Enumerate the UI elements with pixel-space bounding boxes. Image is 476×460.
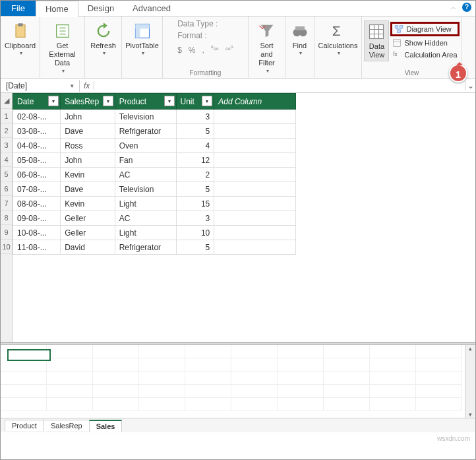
sort-filter-button[interactable]: Sort andFilter▾ bbox=[253, 20, 281, 75]
svg-rect-5 bbox=[135, 24, 149, 29]
ribbon-tabs: File Home Design Advanced ︿ ? bbox=[1, 1, 475, 16]
collapse-ribbon-icon[interactable]: ︿ bbox=[450, 3, 457, 12]
table-row[interactable]: 04-08-...RossOven4 bbox=[13, 139, 296, 153]
help-icon[interactable]: ? bbox=[462, 3, 471, 12]
filter-button[interactable] bbox=[48, 96, 59, 106]
paste-icon bbox=[11, 22, 30, 40]
data-view-label: DataView bbox=[369, 42, 385, 59]
diagram-view-icon bbox=[394, 24, 403, 34]
watermark: wsxdn.com bbox=[437, 435, 470, 442]
table-row[interactable]: 05-08-...JohnFan12 bbox=[13, 153, 296, 168]
increase-decimal-button[interactable]: ⁰₀₀ bbox=[211, 46, 219, 55]
rownum[interactable]: 6 bbox=[1, 181, 12, 196]
rownum[interactable]: 5 bbox=[1, 167, 12, 181]
show-hidden-button[interactable]: Show Hidden bbox=[390, 38, 459, 48]
selected-measure-cell[interactable] bbox=[7, 349, 51, 361]
fx-label[interactable]: fx bbox=[80, 81, 94, 90]
sheet-tab-salesrep[interactable]: SalesRep bbox=[44, 420, 90, 431]
chevron-down-icon[interactable]: ▾ bbox=[71, 82, 74, 89]
file-tab[interactable]: File bbox=[1, 1, 36, 16]
filter-button[interactable] bbox=[103, 96, 113, 106]
refresh-button[interactable]: Refresh▾ bbox=[88, 20, 119, 58]
filter-button[interactable] bbox=[164, 96, 175, 106]
design-tab[interactable]: Design bbox=[78, 1, 123, 16]
filter-button[interactable] bbox=[202, 96, 212, 106]
pivottable-icon bbox=[133, 22, 152, 40]
show-hidden-label: Show Hidden bbox=[404, 39, 447, 47]
clipboard-label: Clipboard bbox=[5, 42, 36, 50]
find-button[interactable]: Find▾ bbox=[288, 20, 312, 58]
data-view-button[interactable]: DataView bbox=[364, 20, 389, 61]
rownum[interactable]: 9 bbox=[1, 225, 12, 240]
sheet-tab-product[interactable]: Product bbox=[5, 420, 44, 431]
sort-filter-label: Sort andFilter bbox=[255, 42, 278, 68]
table-row[interactable]: 11-08-...DavidRefrigerator5 bbox=[13, 240, 296, 255]
table-row[interactable]: 08-08-...KevinLight15 bbox=[13, 197, 296, 211]
col-product[interactable]: Product bbox=[115, 94, 176, 110]
svg-rect-11 bbox=[396, 26, 399, 28]
calculations-button[interactable]: Σ Calculations▾ bbox=[316, 20, 361, 58]
datatype-label: Data Type : bbox=[177, 19, 218, 28]
rownum[interactable]: 2 bbox=[1, 123, 12, 138]
external-data-icon bbox=[53, 22, 72, 40]
home-tab[interactable]: Home bbox=[36, 1, 78, 17]
currency-format-button[interactable]: $ bbox=[177, 46, 182, 55]
table-row[interactable]: 02-08-...JohnTelevision3 bbox=[13, 110, 296, 124]
rownum[interactable]: 4 bbox=[1, 152, 12, 167]
data-view-icon bbox=[367, 22, 386, 41]
table-row[interactable]: 03-08-...DaveRefrigerator5 bbox=[13, 124, 296, 139]
table-row[interactable]: 09-08-...GellerAC3 bbox=[13, 211, 296, 226]
data-grid: ◢ 1 2 3 4 5 6 7 8 9 10 Date SalesRep Pro… bbox=[1, 93, 475, 343]
sigma-icon: Σ bbox=[329, 22, 347, 40]
sheet-tabs: Product SalesRep Sales bbox=[1, 418, 475, 432]
clipboard-button[interactable]: Clipboard▾ bbox=[2, 20, 38, 58]
vertical-scrollbar[interactable]: ▴▾ bbox=[465, 345, 475, 418]
table-row[interactable]: 06-08-...KevinAC2 bbox=[13, 168, 296, 182]
svg-rect-1 bbox=[18, 23, 22, 26]
rownum[interactable]: 1 bbox=[1, 109, 12, 123]
header-row: Date SalesRep Product Unit Add Column bbox=[13, 94, 296, 110]
svg-rect-10 bbox=[370, 25, 384, 39]
calculation-area-pane: ▴▾ bbox=[1, 345, 475, 418]
comma-format-button[interactable]: , bbox=[202, 46, 204, 55]
get-external-data-button[interactable]: Get ExternalData▾ bbox=[44, 20, 80, 75]
formatting-group-label: Formatting bbox=[163, 69, 248, 77]
percent-format-button[interactable]: % bbox=[189, 46, 196, 55]
ribbon: Clipboard▾ Get ExternalData▾ Refresh▾ Pi… bbox=[1, 16, 475, 79]
col-unit[interactable]: Unit bbox=[176, 94, 214, 110]
col-salesrep[interactable]: SalesRep bbox=[61, 94, 115, 110]
decrease-decimal-button[interactable]: ₀₀⁰ bbox=[225, 46, 233, 55]
diagram-view-label: Diagram View bbox=[406, 25, 451, 33]
svg-rect-13 bbox=[398, 30, 401, 33]
calculation-area-button[interactable]: fx Calculation Area bbox=[390, 49, 459, 60]
diagram-view-button[interactable]: Diagram View bbox=[390, 22, 459, 36]
col-date[interactable]: Date bbox=[13, 94, 61, 110]
pivottable-button[interactable]: PivotTable▾ bbox=[123, 20, 162, 58]
binoculars-icon bbox=[291, 22, 309, 40]
rownum[interactable]: 10 bbox=[1, 240, 12, 254]
get-external-data-label: Get ExternalData bbox=[47, 42, 78, 68]
name-box-value: [Date] bbox=[6, 81, 27, 90]
refresh-label: Refresh bbox=[90, 42, 116, 50]
select-all-corner[interactable]: ◢ bbox=[1, 93, 12, 109]
table-row[interactable]: 07-08-...DaveTelevision5 bbox=[13, 182, 296, 197]
view-group-label: View bbox=[362, 69, 461, 77]
add-column[interactable]: Add Column bbox=[214, 94, 296, 110]
rownum[interactable]: 3 bbox=[1, 138, 12, 152]
svg-rect-0 bbox=[16, 25, 25, 38]
callout-badge: 1 bbox=[449, 64, 467, 82]
svg-rect-12 bbox=[400, 26, 403, 28]
advanced-tab[interactable]: Advanced bbox=[123, 1, 180, 16]
table-row[interactable]: 10-08-...GellerLight10 bbox=[13, 226, 296, 240]
formula-input[interactable] bbox=[94, 79, 465, 92]
rownum[interactable]: 8 bbox=[1, 211, 12, 225]
find-label: Find bbox=[293, 42, 307, 50]
sheet-tab-sales[interactable]: Sales bbox=[89, 420, 123, 432]
svg-text:Σ: Σ bbox=[332, 23, 340, 38]
svg-rect-14 bbox=[394, 40, 401, 47]
refresh-icon bbox=[94, 22, 113, 40]
formula-expand-button[interactable]: ⌄ bbox=[465, 81, 475, 90]
name-box[interactable]: [Date] ▾ bbox=[1, 80, 80, 92]
pivottable-label: PivotTable bbox=[125, 42, 159, 50]
rownum[interactable]: 7 bbox=[1, 196, 12, 211]
